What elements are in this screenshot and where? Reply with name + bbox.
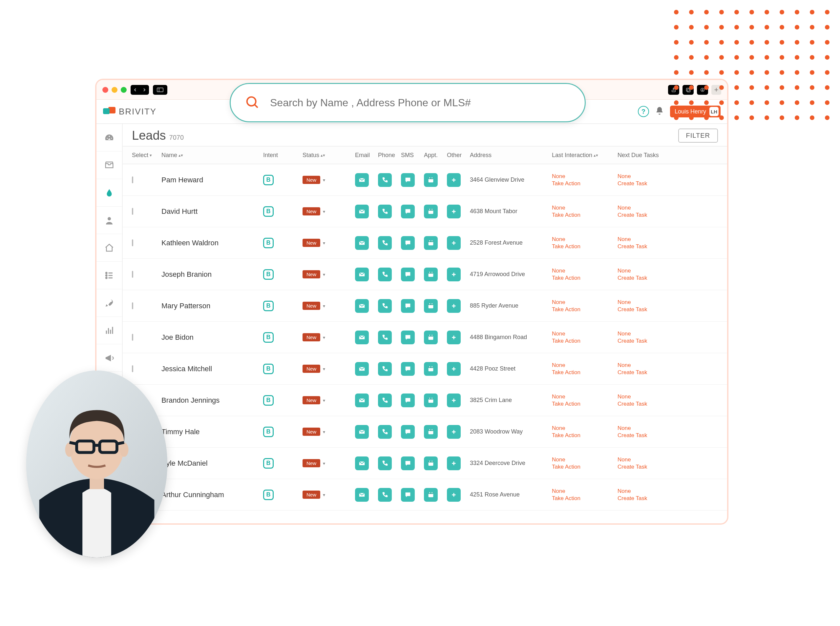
global-search[interactable] — [230, 83, 586, 122]
lead-name[interactable]: Timmy Hale — [161, 427, 263, 436]
phone-button[interactable] — [378, 393, 392, 407]
sms-button[interactable] — [401, 457, 415, 470]
phone-button[interactable] — [378, 488, 392, 502]
row-checkbox[interactable] — [132, 271, 133, 278]
email-button[interactable] — [355, 299, 369, 313]
intent-badge[interactable]: B — [263, 490, 274, 500]
last-interaction-none[interactable]: None — [552, 457, 617, 463]
next-task-none[interactable]: None — [617, 330, 683, 337]
email-button[interactable] — [355, 236, 369, 250]
appt-button[interactable] — [424, 236, 438, 250]
appt-button[interactable] — [424, 393, 438, 407]
filter-button[interactable]: FILTER — [678, 128, 718, 142]
status-dropdown[interactable]: New ▾ — [302, 176, 355, 184]
create-task-link[interactable]: Create Task — [617, 338, 683, 344]
intent-badge[interactable]: B — [263, 427, 274, 437]
sms-button[interactable] — [401, 268, 415, 281]
take-action-link[interactable]: Take Action — [552, 275, 617, 281]
email-button[interactable] — [355, 362, 369, 376]
add-other-button[interactable] — [447, 362, 461, 376]
email-button[interactable] — [355, 330, 369, 344]
create-task-link[interactable]: Create Task — [617, 464, 683, 470]
sms-button[interactable] — [401, 393, 415, 407]
last-interaction-none[interactable]: None — [552, 393, 617, 400]
status-dropdown[interactable]: New ▾ — [302, 365, 355, 373]
row-checkbox[interactable] — [132, 302, 133, 309]
last-interaction-none[interactable]: None — [552, 268, 617, 274]
status-dropdown[interactable]: New ▾ — [302, 333, 355, 341]
intent-badge[interactable]: B — [263, 269, 274, 280]
row-checkbox[interactable] — [132, 239, 133, 246]
add-other-button[interactable] — [447, 236, 461, 250]
take-action-link[interactable]: Take Action — [552, 180, 617, 187]
take-action-link[interactable]: Take Action — [552, 369, 617, 376]
col-intent[interactable]: Intent — [263, 152, 302, 159]
create-task-link[interactable]: Create Task — [617, 243, 683, 250]
phone-button[interactable] — [378, 173, 392, 187]
lead-name[interactable]: Joe Bidon — [161, 333, 263, 342]
phone-button[interactable] — [378, 299, 392, 313]
next-task-none[interactable]: None — [617, 425, 683, 432]
last-interaction-none[interactable]: None — [552, 205, 617, 211]
intent-badge[interactable]: B — [263, 301, 274, 311]
help-button[interactable]: ? — [638, 106, 649, 117]
email-button[interactable] — [355, 173, 369, 187]
sidebar-item-listings[interactable] — [96, 234, 122, 262]
sms-button[interactable] — [401, 173, 415, 187]
appt-button[interactable] — [424, 205, 438, 218]
add-other-button[interactable] — [447, 299, 461, 313]
create-task-link[interactable]: Create Task — [617, 432, 683, 439]
add-other-button[interactable] — [447, 268, 461, 281]
take-action-link[interactable]: Take Action — [552, 401, 617, 407]
lead-name[interactable]: Mary Patterson — [161, 302, 263, 310]
lead-name[interactable]: David Hurtt — [161, 207, 263, 216]
status-dropdown[interactable]: New ▾ — [302, 270, 355, 279]
take-action-link[interactable]: Take Action — [552, 212, 617, 218]
next-task-none[interactable]: None — [617, 362, 683, 369]
last-interaction-none[interactable]: None — [552, 236, 617, 243]
intent-badge[interactable]: B — [263, 332, 274, 343]
last-interaction-none[interactable]: None — [552, 173, 617, 180]
appt-button[interactable] — [424, 330, 438, 344]
intent-badge[interactable]: B — [263, 395, 274, 405]
add-other-button[interactable] — [447, 488, 461, 502]
row-checkbox[interactable] — [132, 334, 133, 341]
email-button[interactable] — [355, 457, 369, 470]
email-button[interactable] — [355, 393, 369, 407]
appt-button[interactable] — [424, 488, 438, 502]
status-dropdown[interactable]: New ▾ — [302, 427, 355, 436]
intent-badge[interactable]: B — [263, 458, 274, 469]
sidebar-item-leads[interactable] — [96, 179, 122, 207]
next-task-none[interactable]: None — [617, 299, 683, 306]
create-task-link[interactable]: Create Task — [617, 401, 683, 407]
next-task-none[interactable]: None — [617, 173, 683, 180]
last-interaction-none[interactable]: None — [552, 299, 617, 306]
lead-name[interactable]: Arthur Cunningham — [161, 491, 263, 499]
add-other-button[interactable] — [447, 393, 461, 407]
lead-name[interactable]: Kathleen Waldron — [161, 239, 263, 247]
next-task-none[interactable]: None — [617, 268, 683, 274]
row-checkbox[interactable] — [132, 177, 133, 183]
take-action-link[interactable]: Take Action — [552, 243, 617, 250]
nav-back-button[interactable] — [131, 85, 140, 95]
take-action-link[interactable]: Take Action — [552, 432, 617, 439]
sms-button[interactable] — [401, 488, 415, 502]
intent-badge[interactable]: B — [263, 238, 274, 248]
last-interaction-none[interactable]: None — [552, 330, 617, 337]
next-task-none[interactable]: None — [617, 236, 683, 243]
sidebar-item-marketing[interactable] — [96, 344, 122, 372]
take-action-link[interactable]: Take Action — [552, 338, 617, 344]
sidebar-item-reports[interactable] — [96, 317, 122, 344]
sidebar-toggle-button[interactable] — [153, 85, 167, 95]
sms-button[interactable] — [401, 362, 415, 376]
add-other-button[interactable] — [447, 330, 461, 344]
sms-button[interactable] — [401, 236, 415, 250]
sidebar-item-people[interactable] — [96, 207, 122, 234]
lead-name[interactable]: Brandon Jennings — [161, 396, 263, 405]
add-other-button[interactable] — [447, 173, 461, 187]
col-status[interactable]: Status▴▾ — [302, 152, 355, 159]
col-last-interaction[interactable]: Last Interaction▴▾ — [552, 152, 617, 159]
phone-button[interactable] — [378, 268, 392, 281]
phone-button[interactable] — [378, 236, 392, 250]
phone-button[interactable] — [378, 330, 392, 344]
